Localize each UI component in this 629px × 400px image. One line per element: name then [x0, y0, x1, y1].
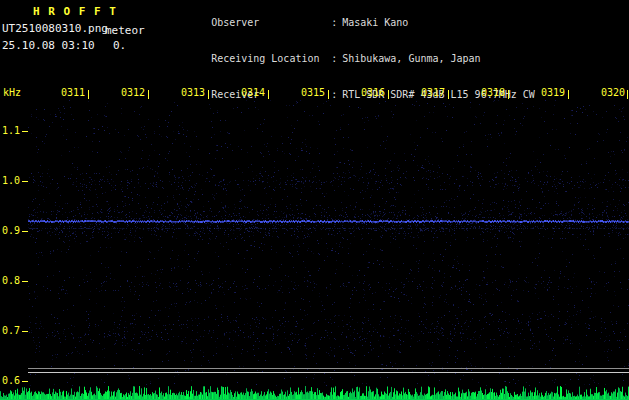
x-tick-mark	[88, 90, 89, 99]
echo-counter: 0.	[113, 39, 126, 52]
x-tick-mark	[388, 90, 389, 99]
app-title: H R O F F T	[33, 5, 117, 18]
y-tick-label: 0.8	[0, 275, 20, 286]
hrofft-screen: H R O F F T UT2510080310.png meteor 25.1…	[0, 0, 629, 400]
x-tick-mark	[627, 90, 628, 99]
x-tick-label: 0312	[117, 87, 145, 98]
x-tick-mark	[268, 90, 269, 99]
x-tick-mark	[148, 90, 149, 99]
info-row-observer: Observer:Masaki Kano	[175, 5, 535, 41]
x-tick-label: 0313	[177, 87, 205, 98]
x-tick-mark	[448, 90, 449, 99]
y-axis-unit-label: kHz	[3, 87, 21, 98]
x-tick-label: 0317	[417, 87, 445, 98]
x-tick-label: 0315	[297, 87, 325, 98]
x-tick-label: 0311	[57, 87, 85, 98]
info-value: Shibukawa, Gunma, Japan	[342, 53, 480, 64]
info-colon: :	[331, 53, 337, 64]
observation-datetime: 25.10.08 03:10	[2, 39, 95, 52]
x-tick-label: 0314	[237, 87, 265, 98]
y-tick-label: 0.6	[0, 375, 20, 386]
x-tick-label: 0316	[357, 87, 385, 98]
info-colon: :	[331, 17, 337, 28]
x-tick-mark	[328, 90, 329, 99]
mode-label: meteor	[105, 24, 145, 37]
x-tick-mark	[508, 90, 509, 99]
spectrogram-canvas	[28, 100, 629, 386]
info-label: Observer	[211, 17, 331, 29]
y-tick-label: 1.0	[0, 175, 20, 186]
y-tick-label: 0.7	[0, 325, 20, 336]
x-tick-mark	[208, 90, 209, 99]
x-tick-label: 0320	[597, 87, 625, 98]
x-tick-label: 0319	[537, 87, 565, 98]
x-tick-mark	[568, 90, 569, 99]
info-value: Masaki Kano	[342, 17, 408, 28]
x-tick-label: 0318	[477, 87, 505, 98]
output-filename: UT2510080310.png	[2, 22, 108, 35]
info-row-location: Receiving Location:Shibukawa, Gunma, Jap…	[175, 41, 535, 77]
info-colon: :	[331, 89, 337, 100]
y-tick-label: 0.9	[0, 225, 20, 236]
info-label: Receiving Location	[211, 53, 331, 65]
noise-strip-canvas	[0, 386, 629, 400]
y-tick-label: 1.1	[0, 125, 20, 136]
